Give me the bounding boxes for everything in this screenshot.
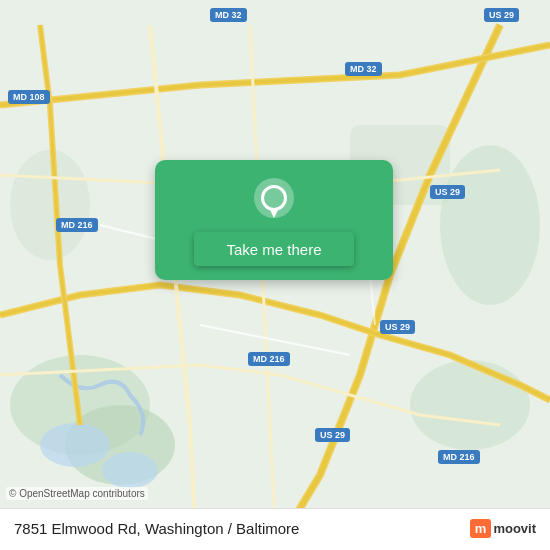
- moovit-logo-text: moovit: [493, 521, 536, 536]
- svg-point-5: [10, 150, 90, 260]
- moovit-logo: m moovit: [470, 519, 536, 538]
- location-card: Take me there: [155, 160, 393, 280]
- svg-point-4: [410, 360, 530, 450]
- svg-point-8: [102, 452, 158, 488]
- moovit-logo-letter: m: [470, 519, 492, 538]
- take-me-there-button[interactable]: Take me there: [194, 232, 354, 266]
- map-attribution: © OpenStreetMap contributors: [6, 487, 148, 500]
- svg-point-3: [440, 145, 540, 305]
- info-bar: 7851 Elmwood Rd, Washington / Baltimore …: [0, 508, 550, 550]
- location-pin-icon: [254, 174, 294, 222]
- map-container: MD 32 US 29 MD 108 MD 32 US 29 MD 216 US…: [0, 0, 550, 550]
- address-text: 7851 Elmwood Rd, Washington / Baltimore: [14, 520, 299, 537]
- svg-point-7: [40, 423, 110, 467]
